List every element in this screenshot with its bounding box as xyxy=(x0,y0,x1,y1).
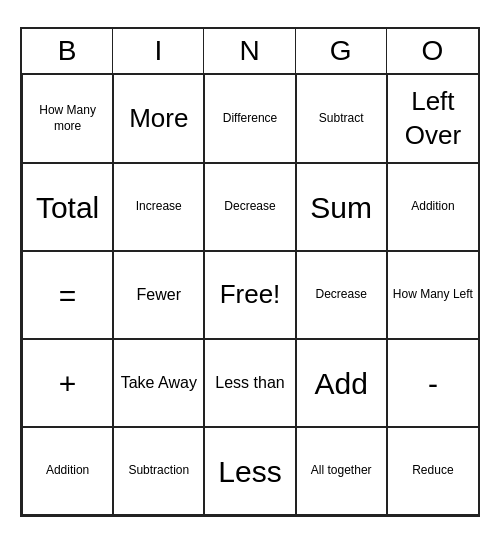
header-letter-g: G xyxy=(296,29,387,73)
cell-text-13: Decrease xyxy=(316,287,367,303)
bingo-cell-21: Subtraction xyxy=(113,427,204,515)
cell-text-23: All together xyxy=(311,463,372,479)
bingo-cell-22: Less xyxy=(204,427,295,515)
bingo-cell-19: - xyxy=(387,339,478,427)
bingo-cell-13: Decrease xyxy=(296,251,387,339)
bingo-cell-6: Increase xyxy=(113,163,204,251)
bingo-cell-18: Add xyxy=(296,339,387,427)
header-letter-o: O xyxy=(387,29,478,73)
bingo-cell-23: All together xyxy=(296,427,387,515)
cell-text-19: - xyxy=(428,364,438,403)
cell-text-15: + xyxy=(59,364,77,403)
bingo-cell-12: Free! xyxy=(204,251,295,339)
cell-text-24: Reduce xyxy=(412,463,453,479)
header-letter-b: B xyxy=(22,29,113,73)
cell-text-3: Subtract xyxy=(319,111,364,127)
bingo-card: BINGO How Many moreMoreDifferenceSubtrac… xyxy=(20,27,480,517)
cell-text-21: Subtraction xyxy=(128,463,189,479)
cell-text-22: Less xyxy=(218,452,281,491)
bingo-cell-4: Left Over xyxy=(387,75,478,163)
cell-text-16: Take Away xyxy=(121,373,197,394)
cell-text-2: Difference xyxy=(223,111,277,127)
header-letter-i: I xyxy=(113,29,204,73)
bingo-header: BINGO xyxy=(22,29,478,75)
cell-text-11: Fewer xyxy=(137,285,181,306)
cell-text-9: Addition xyxy=(411,199,454,215)
cell-text-4: Left Over xyxy=(392,85,474,153)
bingo-cell-17: Less than xyxy=(204,339,295,427)
cell-text-8: Sum xyxy=(310,188,372,227)
cell-text-10: = xyxy=(59,276,77,315)
cell-text-5: Total xyxy=(36,188,99,227)
cell-text-18: Add xyxy=(315,364,368,403)
bingo-cell-9: Addition xyxy=(387,163,478,251)
bingo-cell-16: Take Away xyxy=(113,339,204,427)
cell-text-6: Increase xyxy=(136,199,182,215)
bingo-cell-3: Subtract xyxy=(296,75,387,163)
bingo-cell-5: Total xyxy=(22,163,113,251)
bingo-cell-0: How Many more xyxy=(22,75,113,163)
cell-text-20: Addition xyxy=(46,463,89,479)
cell-text-12: Free! xyxy=(220,278,281,312)
cell-text-0: How Many more xyxy=(27,103,108,134)
bingo-cell-24: Reduce xyxy=(387,427,478,515)
bingo-cell-10: = xyxy=(22,251,113,339)
header-letter-n: N xyxy=(204,29,295,73)
cell-text-7: Decrease xyxy=(224,199,275,215)
bingo-cell-11: Fewer xyxy=(113,251,204,339)
cell-text-17: Less than xyxy=(215,373,284,394)
cell-text-14: How Many Left xyxy=(393,287,473,303)
bingo-cell-7: Decrease xyxy=(204,163,295,251)
cell-text-1: More xyxy=(129,102,188,136)
bingo-cell-14: How Many Left xyxy=(387,251,478,339)
bingo-cell-20: Addition xyxy=(22,427,113,515)
bingo-cell-1: More xyxy=(113,75,204,163)
bingo-cell-15: + xyxy=(22,339,113,427)
bingo-cell-8: Sum xyxy=(296,163,387,251)
bingo-grid: How Many moreMoreDifferenceSubtractLeft … xyxy=(22,75,478,515)
bingo-cell-2: Difference xyxy=(204,75,295,163)
